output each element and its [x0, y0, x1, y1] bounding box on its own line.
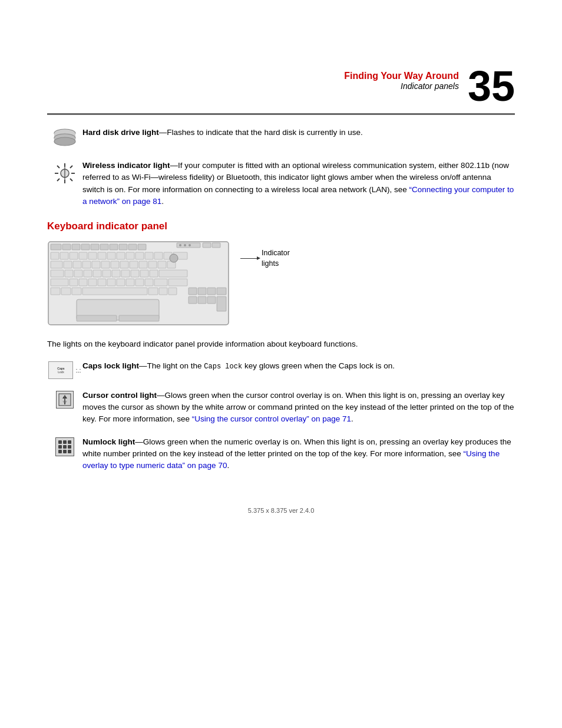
svg-rect-65 — [103, 270, 111, 277]
svg-rect-37 — [98, 252, 106, 259]
svg-rect-85 — [61, 288, 71, 295]
svg-rect-42 — [145, 252, 153, 259]
svg-rect-80 — [135, 279, 144, 286]
hdd-term: Hard disk drive light — [82, 128, 159, 137]
svg-rect-95 — [189, 297, 197, 304]
caps-row: Caps Lock :.: Caps lock light—The light … — [47, 360, 515, 379]
svg-rect-57 — [158, 261, 166, 268]
cursor-row: Cursor control light—Glows green when th… — [47, 390, 515, 426]
svg-rect-27 — [203, 243, 211, 248]
numlock-text: Numlock light—Glows green when the numer… — [82, 436, 515, 472]
numlock-end: . — [227, 461, 229, 470]
svg-rect-82 — [154, 279, 167, 286]
svg-rect-86 — [72, 288, 81, 295]
svg-rect-90 — [168, 288, 177, 295]
svg-rect-79 — [126, 279, 134, 286]
svg-rect-34 — [70, 252, 78, 259]
svg-rect-46 — [51, 261, 62, 268]
svg-rect-60 — [51, 270, 64, 277]
svg-rect-38 — [107, 252, 115, 259]
svg-rect-67 — [121, 270, 130, 277]
svg-rect-81 — [145, 279, 153, 286]
svg-rect-50 — [92, 261, 100, 268]
hdd-icon — [52, 128, 77, 149]
numlock-icon-cell — [47, 436, 82, 456]
hdd-text: Hard disk drive light—Flashes to indicat… — [82, 127, 515, 139]
svg-rect-101 — [119, 315, 159, 321]
svg-rect-17 — [62, 244, 71, 250]
keyboard-label: Indicator lights — [240, 241, 290, 269]
svg-rect-71 — [159, 270, 187, 277]
cursor-text: Cursor control light—Glows green when th… — [82, 390, 515, 426]
svg-rect-87 — [82, 288, 147, 295]
hdd-icon-cell — [47, 127, 82, 149]
numlock-row: Numlock light—Glows green when the numer… — [47, 436, 515, 472]
keyboard-para: The lights on the keyboard indicator pan… — [47, 338, 515, 351]
caps-dash: — — [139, 361, 147, 370]
svg-rect-41 — [135, 252, 144, 259]
keyboard-area: Indicator lights — [47, 241, 515, 328]
svg-rect-35 — [79, 252, 87, 259]
wireless-row: Wireless indicator light—If your compute… — [47, 160, 515, 207]
content-area: Hard disk drive light—Flashes to indicat… — [0, 127, 562, 472]
svg-rect-22 — [110, 244, 118, 250]
numlock-dash: — — [135, 437, 143, 446]
svg-rect-83 — [168, 279, 187, 286]
svg-rect-73 — [70, 279, 78, 286]
numlock-icon — [55, 437, 74, 456]
svg-rect-91 — [189, 288, 197, 295]
svg-rect-23 — [119, 244, 127, 250]
svg-rect-52 — [111, 261, 119, 268]
caps-desc1: The light on the — [147, 361, 204, 370]
svg-rect-96 — [198, 297, 206, 304]
svg-rect-89 — [159, 288, 167, 295]
header-text: Finding Your Way Around Indicator panels — [47, 71, 459, 91]
numlock-description: Glows green when the numeric overlay is … — [82, 437, 511, 458]
svg-rect-49 — [82, 261, 91, 268]
svg-rect-33 — [60, 252, 68, 259]
svg-line-11 — [70, 166, 72, 168]
svg-rect-100 — [77, 315, 117, 321]
svg-line-9 — [57, 166, 59, 168]
wireless-text: Wireless indicator light—If your compute… — [82, 160, 515, 207]
svg-rect-39 — [117, 252, 125, 259]
svg-point-59 — [170, 254, 178, 262]
footer-text: 5.375 x 8.375 ver 2.4.0 — [248, 507, 315, 514]
wireless-icon — [52, 161, 77, 186]
svg-rect-64 — [93, 270, 101, 277]
svg-rect-66 — [112, 270, 120, 277]
page-number: 35 — [468, 65, 515, 107]
keyboard-section-heading: Keyboard indicator panel — [47, 220, 515, 232]
svg-rect-36 — [88, 252, 97, 259]
wireless-dash: — — [170, 161, 178, 170]
caps-lock-icon: Caps Lock — [48, 361, 73, 379]
svg-line-12 — [57, 179, 59, 181]
keyboard-image — [47, 241, 230, 328]
svg-rect-24 — [128, 244, 137, 250]
cursor-end: . — [351, 414, 353, 423]
svg-rect-74 — [79, 279, 87, 286]
svg-rect-43 — [154, 252, 163, 259]
svg-rect-48 — [73, 261, 81, 268]
svg-rect-88 — [148, 288, 158, 295]
svg-rect-62 — [74, 270, 82, 277]
cursor-link[interactable]: “Using the cursor control overlay” on pa… — [192, 414, 351, 423]
chapter-title: Finding Your Way Around — [47, 71, 459, 81]
svg-point-31 — [189, 244, 191, 246]
page: Finding Your Way Around Indicator panels… — [0, 0, 562, 728]
svg-point-30 — [184, 244, 186, 246]
chapter-subtitle: Indicator panels — [47, 81, 459, 91]
caps-icon-cell: Caps Lock :.: — [47, 360, 82, 379]
svg-rect-69 — [140, 270, 148, 277]
svg-rect-92 — [198, 288, 206, 295]
wireless-end: . — [161, 197, 164, 206]
svg-rect-94 — [217, 288, 226, 295]
numlock-term: Numlock light — [82, 437, 135, 446]
svg-rect-54 — [130, 261, 138, 268]
svg-rect-40 — [126, 252, 134, 259]
svg-rect-76 — [98, 279, 106, 286]
svg-point-4 — [54, 137, 75, 146]
hdd-description: Flashes to indicate that the hard disk i… — [167, 128, 362, 137]
svg-rect-18 — [72, 244, 80, 250]
cursor-control-icon — [56, 391, 74, 409]
